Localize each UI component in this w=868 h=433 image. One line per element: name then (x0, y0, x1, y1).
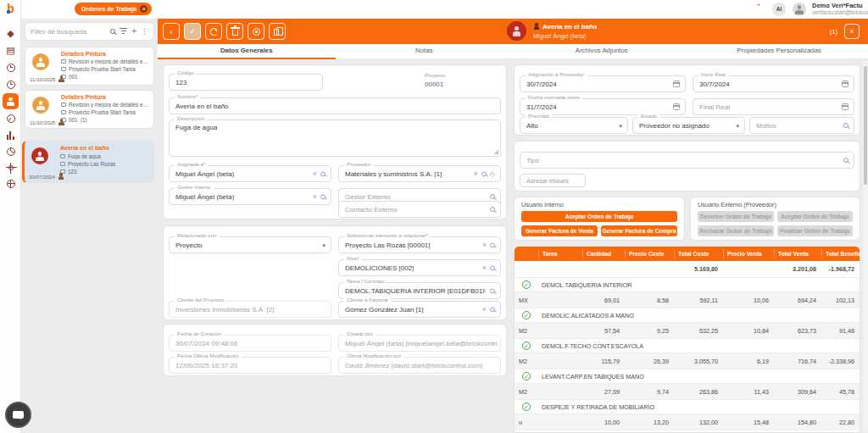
task-data-row[interactable]: M2 27,09 9,74 263,86 11,43 309,64 45,78 (515, 384, 860, 400)
clear-icon[interactable]: × (482, 264, 487, 272)
final-real-field[interactable]: Final Real (693, 98, 854, 115)
check-circle-icon[interactable]: ✓ (522, 372, 531, 380)
user-avatar[interactable] (793, 3, 806, 16)
calendar-icon[interactable] (842, 80, 849, 87)
ai-assistant-button[interactable]: AI (772, 3, 786, 16)
sidebar-item-work-orders[interactable] (3, 93, 19, 109)
generar-factura-compra-button[interactable]: Generar Factura de Compra (601, 225, 677, 236)
check-circle-icon[interactable]: ✓ (522, 341, 531, 350)
work-order-card-1[interactable]: Detalles Pintura Revisión y mejora de de… (25, 47, 154, 86)
brand-logo[interactable]: b (3, 2, 18, 16)
sidebar-item-reports[interactable] (3, 127, 19, 143)
clear-icon[interactable]: × (313, 193, 317, 201)
seleccionar-elemento-field[interactable]: Seleccionar elemento a relacionar* Proye… (338, 236, 501, 253)
chevron-down-icon[interactable]: ▾ (322, 242, 326, 248)
sidebar-item-analytics[interactable] (3, 143, 19, 159)
search-icon[interactable] (490, 242, 495, 247)
relacionado-con-select[interactable]: Relacionado con Proyecto ▾ (169, 236, 331, 253)
search-icon[interactable] (320, 171, 326, 176)
clear-icon[interactable]: × (482, 241, 487, 249)
search-icon[interactable] (481, 171, 487, 176)
estado-select[interactable]: Estado Proveedor no asignado ▾ (632, 117, 745, 134)
resize-handle[interactable] (493, 149, 498, 154)
sidebar-item-history[interactable] (3, 76, 19, 92)
inicio-real-field[interactable]: Inicio Real 30/7/2024 (693, 75, 854, 92)
calendar-icon[interactable] (673, 80, 680, 87)
add-icon[interactable]: + (131, 28, 136, 35)
tab-propiedades-personalizadas[interactable]: Propiedades Personalizadas (691, 44, 868, 58)
search-icon[interactable] (490, 288, 495, 293)
task-data-row[interactable]: u 10,00 13,20 132,00 15,48 154,80 22,80 (515, 414, 860, 430)
back-button[interactable]: ‹ (163, 23, 180, 40)
sidebar-item-globe[interactable] (3, 175, 19, 192)
task-data-row[interactable]: M2 115,79 26,39 3.055,70 6,19 716,74 -2.… (515, 353, 860, 369)
search-icon[interactable] (490, 194, 495, 199)
search-filter-bar[interactable]: Filtro de búsqueda + ⋮ (25, 22, 154, 41)
search-icon[interactable] (110, 29, 115, 34)
tab-notas[interactable]: Notas (336, 44, 514, 58)
task-data-row[interactable]: MX 69,01 8,58 592,11 10,06 694,24 102,13 (515, 292, 860, 308)
search-icon[interactable] (490, 265, 495, 270)
gestor-interno-field[interactable]: Gestor Interno Miguel Ángel (beta) × (169, 188, 331, 205)
contacto-externo-field[interactable]: Contacto Externo (338, 201, 501, 218)
tipo-field[interactable]: Tipo (520, 152, 854, 169)
more-icon[interactable]: ⋮ (141, 28, 148, 36)
proveedor-field[interactable]: Proveedor Materiales y suministros S.A. … (338, 165, 501, 182)
task-name-row[interactable]: ✓ DESPEJE Y RETIRADA DE MOBILIARIO (515, 400, 860, 414)
duplicate-button[interactable] (269, 23, 286, 40)
calendar-icon[interactable] (842, 103, 849, 110)
chevron-down-icon[interactable]: ▾ (736, 123, 739, 129)
clear-icon[interactable]: × (313, 170, 317, 178)
chevron-down-icon[interactable]: ▾ (619, 123, 622, 129)
diamond-icon[interactable]: ◇ (490, 170, 495, 177)
sidebar-item-gauge[interactable] (3, 110, 19, 126)
generar-factura-venta-button[interactable]: Generar Factura de Venta (521, 225, 598, 236)
rechazar-orden-button[interactable]: Rechazar Orden de Trabajo (698, 225, 774, 236)
cliente-facturar-field[interactable]: Cliente a Facturar Gómez González Juan [… (338, 301, 501, 318)
tab-archivos-adjuntos[interactable]: Archivos Adjuntos (513, 44, 691, 58)
check-circle-icon[interactable]: ✓ (522, 311, 531, 319)
work-order-card-3-selected[interactable]: Avería en el baño Fuga de agua Proyecto … (22, 141, 154, 183)
finalizar-orden-button[interactable]: Finalizar Orden de Trabajo (777, 225, 853, 236)
codigo-field[interactable]: Código 123 (169, 74, 323, 91)
asignada-field[interactable]: Asignada a* Miguel Ángel (beta) × (169, 165, 331, 182)
task-data-row[interactable]: M2 57,54 9,25 532,25 10,84 623,73 91,48 (515, 323, 860, 339)
clear-icon[interactable]: × (482, 287, 487, 295)
close-icon[interactable]: × (140, 5, 147, 13)
search-icon[interactable] (843, 158, 849, 163)
open-tab-ordenes-de-trabajo[interactable]: Ordenes de Trabajo × (75, 3, 152, 15)
clear-icon[interactable]: × (482, 306, 487, 314)
sidebar-item-gem[interactable]: ◆ (3, 25, 19, 42)
delete-button[interactable] (226, 23, 243, 40)
devolver-orden-button[interactable]: Devolver Orden de Trabajo (698, 211, 774, 222)
descripcion-field[interactable]: Descripción Fuga de agua (169, 119, 501, 157)
search-icon[interactable] (490, 207, 495, 212)
sidebar-item-projects[interactable]: ▤ (3, 42, 19, 58)
record-button[interactable] (248, 23, 264, 40)
prioridad-select[interactable]: Prioridad Alto ▾ (520, 117, 628, 134)
task-name-row[interactable]: ✓ DEMOL.TABIQUERIA INTERIOR (515, 278, 860, 292)
motivo-field[interactable]: Motivo (749, 117, 854, 134)
sidebar-item-clock[interactable] (3, 59, 19, 75)
scrollbar-thumb[interactable] (864, 66, 867, 185)
tab-datos-generales[interactable]: Datos Generales (158, 44, 336, 58)
close-detail-button[interactable]: × (844, 24, 860, 39)
refresh-button[interactable] (205, 23, 222, 40)
calendar-icon[interactable] (673, 103, 680, 110)
scrollbar-track[interactable] (863, 61, 868, 432)
nivel-field[interactable]: Nivel DEMOLICIONES [002] × (338, 259, 501, 276)
support-chat-launcher[interactable] (5, 402, 31, 428)
aceptar-orden-externo-button[interactable]: Aceptar Orden de Trabajo (777, 211, 853, 222)
clear-icon[interactable]: × (474, 170, 478, 178)
filter-icon[interactable] (120, 28, 127, 35)
search-input[interactable]: Filtro de búsqueda (31, 28, 106, 36)
proyecto-value[interactable]: 00001 (425, 80, 445, 88)
task-name-row[interactable]: ✓ DEMOLIC.ALICATADOS A MANO (515, 308, 860, 323)
work-order-card-2[interactable]: Detalles Pintura Revisión y mejora de de… (25, 90, 154, 129)
search-icon[interactable] (320, 194, 326, 199)
search-icon[interactable] (843, 123, 849, 128)
sidebar-item-settings[interactable] (3, 159, 19, 175)
asignacion-proveedor-field[interactable]: Asignación a Proveedor 30/7/2024 (520, 75, 686, 92)
task-name-row[interactable]: ✓ DEMOL.F.TECHO CONT.ESCAYOLA (515, 339, 860, 353)
search-icon[interactable] (490, 307, 495, 312)
